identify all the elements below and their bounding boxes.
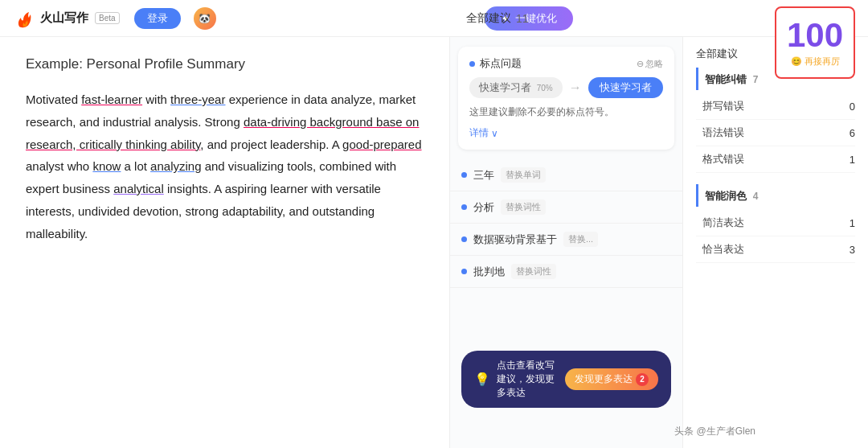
card-detail-link[interactable]: 详情 ∨ [469, 126, 663, 140]
right-item-concise[interactable]: 简洁表达 1 [696, 210, 855, 236]
avatar: 🐼 [194, 7, 216, 30]
score-subtitle: 😊 再接再厉 [791, 55, 840, 68]
right-item-grammar[interactable]: 语法错误 6 [696, 120, 855, 146]
suggestions-label: 全部建议 11 [466, 11, 529, 26]
section-divider [696, 173, 855, 179]
right-item-appropriate[interactable]: 恰当表达 3 [696, 236, 855, 263]
right-item-spelling[interactable]: 拼写错误 0 [696, 93, 855, 120]
highlight-know[interactable]: know [92, 159, 121, 173]
highlight-fast-learner[interactable]: fast-learner [81, 92, 142, 106]
discover-button[interactable]: 发现更多表达 2 [565, 368, 658, 390]
word-compare: 快速学习者 70% → 快速学习者 [469, 77, 663, 98]
dot-icon [461, 236, 467, 242]
dot-icon [461, 269, 467, 274]
suggestion-card-punctuation: 标点问题 ⊖ 忽略 快速学习者 70% → 快速学习者 这里建议删除不必要的标点… [458, 47, 674, 150]
login-button[interactable]: 登录 [134, 8, 181, 29]
tooltip-popup: 💡 点击查看改写建议，发现更多表达 发现更多表达 2 [461, 351, 671, 408]
dot-icon [461, 172, 467, 178]
score-number: 100 [787, 18, 843, 52]
discover-badge: 2 [636, 373, 649, 386]
highlight-analyzing[interactable]: analyzing [150, 159, 201, 173]
bulb-icon: 💡 [474, 372, 490, 387]
suggestion-row-0[interactable]: 三年 替换单词 [450, 159, 682, 191]
score-box: 100 😊 再接再厉 [775, 6, 855, 79]
highlight-three-year[interactable]: three-year [170, 92, 225, 106]
suggestion-panel: 标点问题 ⊖ 忽略 快速学习者 70% → 快速学习者 这里建议删除不必要的标点… [450, 37, 683, 448]
right-heading-polish[interactable]: 智能润色 4 [696, 184, 855, 207]
logo-area: 火山写作 Beta 登录 🐼 [13, 7, 216, 30]
highlight-analytical[interactable]: analytical [113, 182, 164, 195]
suggestion-row-2[interactable]: 数据驱动背景基于 替换... [450, 224, 682, 256]
doc-title: Example: Personal Profile Summary [26, 56, 424, 72]
suggestion-row-3[interactable]: 批判地 替换词性 [450, 256, 682, 288]
word-old: 快速学习者 70% [469, 77, 563, 98]
dot-icon [461, 204, 467, 210]
beta-badge: Beta [95, 12, 120, 24]
ignore-button[interactable]: ⊖ 忽略 [637, 58, 663, 70]
main-area: Example: Personal Profile Summary Motiva… [0, 37, 868, 448]
arrow-icon: → [569, 80, 582, 95]
highlight-good-prepared[interactable]: good-prepared [342, 138, 421, 151]
card-title: 标点问题 [469, 56, 522, 71]
doc-body: Motivated fast-learner with three-year e… [26, 88, 424, 245]
logo-icon [13, 7, 35, 30]
logo-text: 火山写作 [40, 10, 88, 26]
card-header: 标点问题 ⊖ 忽略 [469, 56, 663, 71]
suggestions-count: 11 [516, 12, 529, 25]
watermark: 头条 @生产者Glen [674, 425, 755, 438]
navbar: 火山写作 Beta 登录 🐼 ✦ 一键优化 » 全部建议 11 100 😊 再接… [0, 0, 868, 37]
dot-icon [469, 61, 475, 67]
suggestion-row-1[interactable]: 分析 替换词性 [450, 191, 682, 224]
word-new[interactable]: 快速学习者 [588, 77, 663, 98]
right-panel: 全部建议 11 智能纠错 7 拼写错误 0 语法错误 6 格式错误 1 智能润色… [683, 37, 868, 448]
editor-panel: Example: Personal Profile Summary Motiva… [0, 37, 450, 448]
right-item-format[interactable]: 格式错误 1 [696, 146, 855, 173]
card-desc: 这里建议删除不必要的标点符号。 [469, 105, 663, 120]
